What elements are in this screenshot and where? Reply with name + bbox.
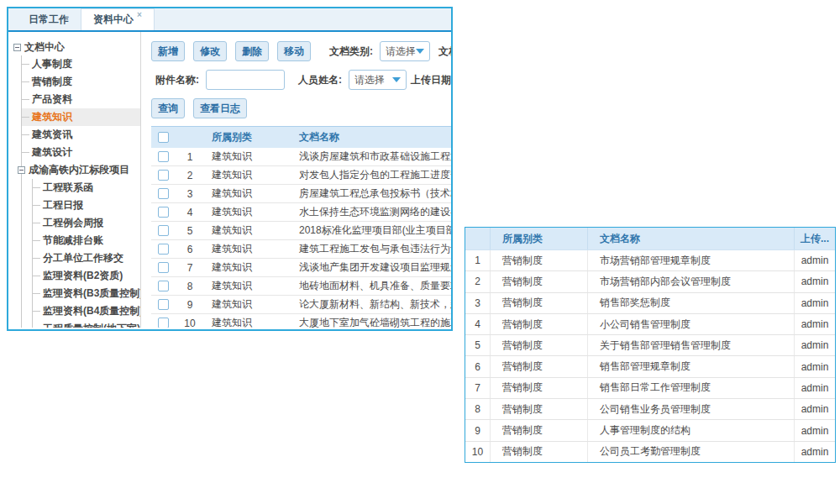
tree-item[interactable]: 产品资料 <box>22 91 140 108</box>
tree-node-project[interactable]: 成渝高铁内江标段项目 <box>18 161 140 179</box>
table-row[interactable]: 7 营销制度 销售部日常工作管理制度 admin <box>465 378 835 399</box>
tree-item[interactable]: 工程日报 <box>33 197 140 214</box>
tree-node-project-label: 成渝高铁内江标段项目 <box>29 163 129 177</box>
tree-item[interactable]: 营销制度 <box>22 73 140 91</box>
row-checkbox[interactable] <box>158 281 169 291</box>
row-name: 房屋建筑工程总承包投标书（技术标）... <box>292 186 451 201</box>
tree-root[interactable]: 文档中心 <box>13 39 140 55</box>
tree-item[interactable]: 工程联系函 <box>33 179 140 197</box>
row-category: 建筑知识 <box>205 223 292 238</box>
edit-button[interactable]: 修改 <box>193 41 227 61</box>
row-checkbox[interactable] <box>158 151 169 162</box>
name-column-header: 文档名称 <box>588 228 795 249</box>
tree-item[interactable]: 监理资料(B4质量控制) <box>33 302 140 320</box>
table-row[interactable]: 9 建筑知识 论大厦新材料、新结构、新技术，新工... <box>151 296 451 314</box>
table-row[interactable]: 3 建筑知识 房屋建筑工程总承包投标书（技术标）... <box>151 185 451 203</box>
doc-category-label: 文档类别: <box>329 45 373 59</box>
row-name: 人事管理制度的结构 <box>588 420 795 440</box>
uploader-column-header: 上传... <box>795 228 835 249</box>
tree-item[interactable]: 建筑知识 <box>22 108 140 126</box>
table-row[interactable]: 1 建筑知识 浅谈房屋建筑和市政基础设施工程施工... <box>151 148 451 166</box>
tree-item[interactable]: 监理资料(B3质量控制) <box>33 285 140 302</box>
tree-item[interactable]: 节能减排台账 <box>33 232 140 249</box>
name-column-header: 文档名称 <box>292 130 451 144</box>
table-row[interactable]: 10 营销制度 公司员工考勤管理制度 admin <box>465 442 835 463</box>
row-number: 10 <box>465 442 491 462</box>
row-uploader: admin <box>795 314 835 334</box>
row-number: 2 <box>175 170 205 181</box>
person-name-select[interactable]: 请选择 <box>349 70 407 90</box>
table-row[interactable]: 6 建筑知识 建筑工程施工发包与承包违法行为认定... <box>151 240 451 259</box>
query-button[interactable]: 查询 <box>151 98 185 118</box>
row-name: 市场营销部内部会议管理制度 <box>588 271 795 291</box>
tree-item[interactable]: 人事制度 <box>22 55 140 73</box>
row-number-header <box>465 228 491 249</box>
collapse-icon[interactable] <box>18 166 25 174</box>
row-checkbox[interactable] <box>158 170 169 181</box>
tab-data-center-label: 资料中心 <box>93 13 134 27</box>
row-category: 营销制度 <box>491 378 588 398</box>
table-row[interactable]: 4 建筑知识 水土保持生态环境监测网络的建设与资... <box>151 203 451 222</box>
table-row[interactable]: 5 建筑知识 2018标准化监理项目部(业主项目部)人员... <box>151 222 451 240</box>
table-row[interactable]: 6 营销制度 销售部管理规章制度 admin <box>465 356 835 377</box>
row-checkbox[interactable] <box>158 207 169 218</box>
view-log-button[interactable]: 查看日志 <box>193 98 247 118</box>
table-row[interactable]: 8 营销制度 公司销售业务员管理制度 admin <box>465 399 835 420</box>
row-name: 论大厦新材料、新结构、新技术，新工... <box>292 297 451 312</box>
document-list-area: 新增 修改 删除 移动 文档类别: 请选择 文档 附件名称: 人员姓名: <box>141 32 451 328</box>
marketing-table-header: 所属别类 文档名称 上传... <box>465 228 835 250</box>
table-row[interactable]: 2 建筑知识 对发包人指定分包的工程施工进度安排... <box>151 166 451 185</box>
table-row[interactable]: 8 建筑知识 地砖地面材料、机具准备、质量要求及... <box>151 277 451 296</box>
chevron-down-icon <box>416 49 424 54</box>
tree-item[interactable]: 工程质量控制(地下室) <box>33 320 140 328</box>
table-row[interactable]: 4 营销制度 小公司销售管理制度 admin <box>465 314 835 335</box>
table-row[interactable]: 7 建筑知识 浅谈地产集团开发建设项目监理规划编... <box>151 259 451 277</box>
row-name: 对发包人指定分包的工程施工进度安排... <box>292 168 451 182</box>
tree-item[interactable]: 工程例会周报 <box>33 214 140 232</box>
row-category: 营销制度 <box>491 250 588 270</box>
row-number: 6 <box>465 356 491 376</box>
row-number: 8 <box>465 399 491 419</box>
collapse-icon[interactable] <box>13 44 21 51</box>
row-number: 9 <box>465 420 491 440</box>
row-checkbox[interactable] <box>158 318 169 328</box>
table-row[interactable]: 5 营销制度 关于销售部管理销售管理制度 admin <box>465 335 835 356</box>
tree-item[interactable]: 建筑资讯 <box>22 126 140 144</box>
tab-data-center[interactable]: 资料中心 × <box>81 8 155 30</box>
row-checkbox[interactable] <box>158 262 169 273</box>
row-name: 小公司销售管理制度 <box>588 314 795 334</box>
row-name: 公司销售业务员管理制度 <box>588 399 795 419</box>
row-category: 营销制度 <box>491 356 588 376</box>
add-button[interactable]: 新增 <box>151 41 185 61</box>
row-checkbox[interactable] <box>158 225 169 236</box>
category-column-header: 所属别类 <box>205 130 292 144</box>
table-row[interactable]: 1 营销制度 市场营销部管理规章制度 admin <box>465 250 835 271</box>
tree-item[interactable]: 分工单位工作移交 <box>33 249 140 267</box>
row-category: 建筑知识 <box>205 205 292 219</box>
doc-category-select[interactable]: 请选择 <box>380 41 430 61</box>
tree-item[interactable]: 建筑设计 <box>22 144 140 161</box>
row-category: 建筑知识 <box>205 242 292 256</box>
row-checkbox[interactable] <box>158 188 169 199</box>
row-number: 5 <box>465 335 491 355</box>
attachment-name-input[interactable] <box>206 70 285 90</box>
row-number: 2 <box>465 271 491 291</box>
table-row[interactable]: 3 营销制度 销售部奖惩制度 admin <box>465 293 835 314</box>
table-row[interactable]: 2 营销制度 市场营销部内部会议管理制度 admin <box>465 271 835 292</box>
row-number: 1 <box>175 151 205 163</box>
row-uploader: admin <box>795 271 835 291</box>
row-category: 营销制度 <box>491 335 588 355</box>
row-checkbox[interactable] <box>158 299 169 310</box>
table-row[interactable]: 9 营销制度 人事管理制度的结构 admin <box>465 420 835 441</box>
tree-item[interactable]: 监理资料(B2资质) <box>33 267 140 285</box>
tab-daily-work[interactable]: 日常工作 <box>17 8 81 30</box>
delete-button[interactable]: 删除 <box>235 41 269 61</box>
row-checkbox[interactable] <box>158 244 169 255</box>
category-column-header: 所属别类 <box>491 228 588 249</box>
table-row[interactable]: 10 建筑知识 大厦地下室加气砼墙砌筑工程的施工方... <box>151 314 451 328</box>
select-all-checkbox[interactable] <box>158 132 169 143</box>
row-name: 关于销售部管理销售管理制度 <box>588 335 795 355</box>
row-uploader: admin <box>795 442 835 462</box>
tab-close-icon[interactable]: × <box>137 10 142 19</box>
move-button[interactable]: 移动 <box>277 41 311 61</box>
